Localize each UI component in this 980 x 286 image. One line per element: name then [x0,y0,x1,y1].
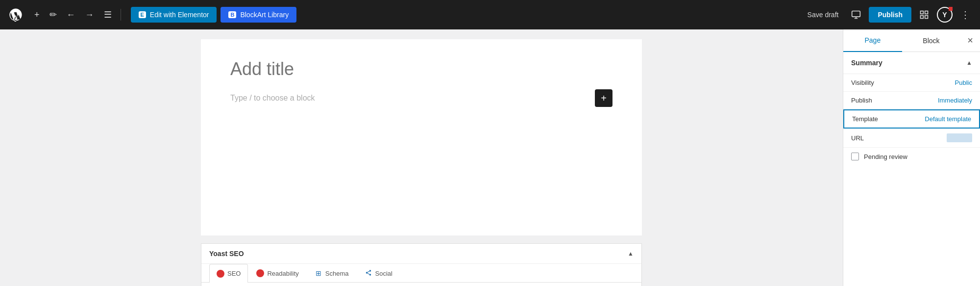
post-title-input[interactable] [230,59,612,79]
url-label: URL [851,134,864,142]
pending-review-label: Pending review [864,153,907,160]
svg-point-6 [366,272,368,274]
summary-section: Summary ▲ [843,52,980,74]
visibility-value[interactable]: Public [955,79,972,86]
yoast-tabs: SEO Readability ⊞ Schema Social [201,264,641,283]
elementor-icon: E [139,11,146,18]
list-view-button[interactable]: ☰ [101,6,115,23]
svg-rect-4 [921,16,924,19]
block-placeholder-row: Type / to choose a block + [230,89,612,107]
undo-button[interactable]: ← [64,7,78,23]
publish-timing-row: Publish Immediately [843,92,980,109]
url-row: URL [843,129,980,148]
summary-collapse-icon: ▲ [966,59,972,66]
tab-block[interactable]: Block [902,29,961,52]
yoast-tab-readability-label: Readability [267,270,298,277]
settings-panel-button[interactable] [916,7,932,23]
pending-review-row: Pending review [843,148,980,165]
svg-rect-3 [925,16,928,19]
yoast-panel-title: Yoast SEO [209,250,244,258]
visibility-label: Visibility [851,79,874,86]
avatar-letter: Y [942,11,947,19]
social-icon [365,269,372,277]
wordpress-logo[interactable] [6,5,25,25]
svg-line-9 [368,271,369,272]
yoast-panel-header[interactable]: Yoast SEO ▲ [201,244,641,264]
notification-dot [949,7,953,11]
svg-line-8 [368,273,369,274]
publish-value[interactable]: Immediately [938,97,972,104]
yoast-tab-seo[interactable]: SEO [209,264,248,283]
svg-rect-0 [852,11,860,17]
summary-header[interactable]: Summary ▲ [843,52,980,74]
main-toolbar: + ✏ ← → ☰ E Edit with Elementor B BlockA… [0,0,980,29]
seo-status-icon [217,270,224,278]
toolbar-divider-1 [121,9,121,21]
svg-point-7 [369,274,371,276]
main-layout: Type / to choose a block + Yoast SEO ▲ S… [0,29,980,286]
visibility-row: Visibility Public [843,74,980,92]
url-value[interactable] [947,133,972,142]
svg-rect-1 [921,11,924,14]
edit-with-elementor-button[interactable]: E Edit with Elementor [131,7,217,23]
yoast-tab-social[interactable]: Social [357,264,400,282]
publish-button[interactable]: Publish [869,7,911,23]
block-placeholder-text: Type / to choose a block [230,94,315,103]
redo-button[interactable]: → [82,7,97,23]
template-row[interactable]: Template Default template [843,109,980,129]
template-label: Template [852,115,878,123]
readability-status-icon [256,269,264,277]
svg-rect-2 [925,11,928,14]
blockart-library-button[interactable]: B BlockArt Library [220,7,296,23]
schema-icon: ⊞ [315,269,322,277]
summary-title: Summary [851,59,882,67]
yoast-tab-readability[interactable]: Readability [249,264,306,282]
yoast-seo-panel: Yoast SEO ▲ SEO Readability ⊞ Schema [201,243,642,286]
tab-page[interactable]: Page [843,29,902,52]
blockart-icon: B [228,11,236,18]
edit-pencil-button[interactable]: ✏ [47,6,60,23]
save-draft-button[interactable]: Save draft [803,8,844,22]
sidebar-tab-bar: Page Block × [843,29,980,52]
elementor-btn-label: Edit with Elementor [150,11,209,19]
sidebar-content: Summary ▲ Visibility Public Publish Imme… [843,52,980,286]
add-block-toolbar-button[interactable]: + [31,7,43,23]
template-value[interactable]: Default template [925,115,971,123]
yoast-tab-content: Focus keyphrase ? [201,283,641,286]
sidebar-close-button[interactable]: × [960,29,980,52]
editor-content: Type / to choose a block + [201,39,642,235]
blockart-btn-label: BlockArt Library [240,11,289,19]
svg-point-5 [369,270,371,272]
yoast-collapse-icon: ▲ [628,250,634,257]
publish-label: Publish [851,97,872,104]
toolbar-right: Save draft Publish Y ⋮ [803,6,974,24]
right-sidebar: Page Block × Summary ▲ Visibility Public… [843,29,980,286]
yoast-tab-schema[interactable]: ⊞ Schema [307,264,356,282]
add-block-button[interactable]: + [595,89,612,107]
preview-button[interactable] [848,7,864,23]
yoast-tab-seo-label: SEO [227,270,241,277]
yoast-tab-social-label: Social [375,270,392,277]
yoast-tab-schema-label: Schema [325,270,349,277]
user-avatar[interactable]: Y [937,7,953,23]
editor-area: Type / to choose a block + Yoast SEO ▲ S… [0,29,843,286]
more-options-button[interactable]: ⋮ [957,6,974,24]
pending-review-checkbox[interactable] [851,153,859,160]
